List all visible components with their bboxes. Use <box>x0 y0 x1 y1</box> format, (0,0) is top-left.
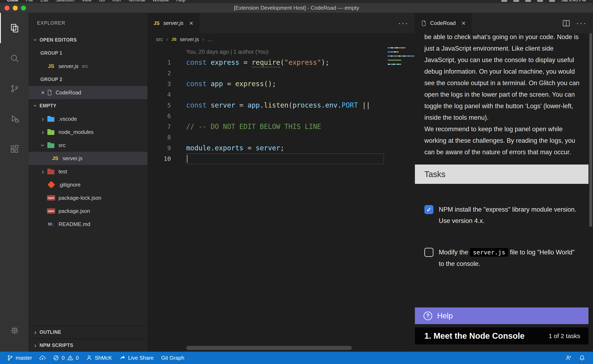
tree-item-package-json[interactable]: ›npmpackage.json <box>28 204 147 218</box>
close-tab-icon[interactable]: × <box>461 19 466 27</box>
breadcrumb-folder[interactable]: src <box>156 36 163 42</box>
minimap[interactable] <box>388 47 411 68</box>
status-sync[interactable] <box>36 352 49 364</box>
breadcrumb-file[interactable]: server.js <box>180 36 199 42</box>
menu-go[interactable]: Go <box>99 0 105 3</box>
more-actions-icon[interactable]: ··· <box>576 19 587 28</box>
split-editor-icon[interactable] <box>562 19 570 27</box>
horizontal-scrollbar[interactable] <box>186 346 352 350</box>
status-live-share[interactable]: Live Share <box>116 352 157 364</box>
code-line-9[interactable]: 9module.exports = server; <box>147 143 415 153</box>
folder-test-icon <box>47 167 55 176</box>
menu-run[interactable]: Run <box>113 0 121 3</box>
menu-view[interactable]: View <box>82 0 91 3</box>
code-line-8[interactable]: 8 <box>147 132 415 143</box>
close-icon[interactable]: × <box>39 89 47 97</box>
menu-file[interactable]: File <box>26 0 33 3</box>
tree-item-label: .gitignore <box>59 182 80 188</box>
tab-coderoad[interactable]: CodeRoad × <box>415 13 472 33</box>
status-git-graph[interactable]: Git Graph <box>158 352 188 364</box>
menubar-status-icon[interactable] <box>525 0 531 2</box>
status-problems[interactable]: 0 0 <box>49 352 82 364</box>
close-window-button[interactable] <box>5 6 9 11</box>
coderoad-panel: CodeRoad × ··· be able to check what’s g… <box>415 13 593 352</box>
code-editor[interactable]: You, 20 days ago | 1 author (You) 1const… <box>147 45 415 352</box>
section-outline[interactable]: › OUTLINE <box>28 325 147 338</box>
settings-gear-icon[interactable] <box>0 315 28 345</box>
file-tree: ›.vscode›node_modules›src›JSserver.js›te… <box>28 112 147 231</box>
section-workspace-empty[interactable]: › EMPTY <box>28 99 147 112</box>
code-line-2[interactable]: 2 <box>147 68 415 78</box>
folder-folder-icon <box>47 141 55 149</box>
close-tab-icon[interactable]: × <box>189 19 193 27</box>
menu-code[interactable]: Code <box>7 0 18 3</box>
menubar-status-icon[interactable] <box>513 0 519 2</box>
panel-tab-bar: CodeRoad × ··· <box>415 13 593 33</box>
chevron-right-icon: › <box>31 328 40 336</box>
section-npm-scripts[interactable]: › NPM SCRIPTS <box>28 338 147 352</box>
open-editor-coderoad[interactable]: × CodeRoad <box>28 86 147 99</box>
line-number: 3 <box>147 78 171 89</box>
chevron-right-icon: › <box>202 36 204 43</box>
tab-server-js[interactable]: JS server.js × <box>147 13 200 33</box>
menubar-status-icon[interactable] <box>501 0 507 2</box>
webview-file-icon <box>47 89 52 96</box>
line-content: // -- DO NOT EDIT BELOW THIS LINE <box>171 121 415 132</box>
more-actions-icon[interactable]: ··· <box>398 19 409 28</box>
menu-edit[interactable]: Edit <box>40 0 48 3</box>
chevron-right-icon: › <box>39 128 47 136</box>
menubar-status-icon[interactable] <box>549 0 555 2</box>
status-branch[interactable]: master <box>3 352 36 364</box>
activity-bar <box>0 13 28 352</box>
code-line-6[interactable]: 6 <box>147 111 415 121</box>
menu-terminal[interactable]: Terminal <box>128 0 145 3</box>
window-controls <box>0 6 26 11</box>
extensions-icon[interactable] <box>0 134 28 164</box>
menu-help[interactable]: Help <box>176 0 185 3</box>
window-title: [Extension Development Host] - CodeRoad … <box>0 5 593 11</box>
menubar-clock: Sat 6:45 PM <box>561 0 586 3</box>
tree-item--gitignore[interactable]: ›.gitignore <box>28 178 147 191</box>
lesson-progress-bar[interactable]: 1. Meet the Node Console 1 of 2 tasks <box>415 327 588 344</box>
breadcrumb[interactable]: src › JS server.js › … <box>147 33 415 45</box>
status-account[interactable]: ShMcK <box>82 352 116 364</box>
status-notifications[interactable] <box>575 352 589 364</box>
tree-item--vscode[interactable]: ›.vscode <box>28 112 147 125</box>
checkbox-checked-icon[interactable]: ✓ <box>424 205 433 214</box>
folder-node-icon <box>47 128 55 136</box>
tree-item-test[interactable]: ›test <box>28 165 147 178</box>
code-line-5[interactable]: 5const server = app.listen(process.env.P… <box>147 100 415 111</box>
code-line-1[interactable]: 1const express = require("express"); <box>147 57 415 68</box>
tree-item-package-lock-json[interactable]: ›npmpackage-lock.json <box>28 191 147 204</box>
help-bar[interactable]: ? Help <box>415 307 588 324</box>
section-open-editors[interactable]: › OPEN EDITORS <box>28 33 147 46</box>
scrollbar-thumb[interactable] <box>589 33 592 227</box>
menubar-status-icon[interactable] <box>537 0 543 2</box>
open-editor-server-js[interactable]: JS server.js src <box>28 60 147 73</box>
menu-window[interactable]: Window <box>153 0 169 3</box>
minimize-window-button[interactable] <box>13 6 18 11</box>
status-feedback[interactable] <box>562 352 575 364</box>
run-debug-icon[interactable] <box>0 104 28 134</box>
code-line-10[interactable]: 10 <box>147 153 415 164</box>
code-line-7[interactable]: 7// -- DO NOT EDIT BELOW THIS LINE <box>147 121 415 132</box>
tree-item-src[interactable]: ›src <box>28 139 147 152</box>
share-arrow-icon <box>120 355 126 361</box>
breadcrumb-symbol[interactable]: … <box>207 36 213 42</box>
macos-menubar: CodeFileEditSelectionViewGoRunTerminalWi… <box>0 0 593 3</box>
checkbox-unchecked-icon[interactable] <box>424 248 433 257</box>
status-bar: master 0 0 ShMcK Live Share Git Graph <box>0 352 593 364</box>
line-content: const server = app.listen(process.env.PO… <box>171 100 415 111</box>
menu-selection[interactable]: Selection <box>56 0 74 3</box>
source-control-icon[interactable] <box>0 73 28 104</box>
tree-item-node-modules[interactable]: ›node_modules <box>28 125 147 139</box>
explorer-icon[interactable] <box>0 13 28 43</box>
chevron-down-icon: › <box>32 36 39 44</box>
vertical-scrollbar[interactable] <box>588 33 593 352</box>
code-line-3[interactable]: 3const app = express(); <box>147 78 415 89</box>
tree-item-readme-md[interactable]: ›M↓README.md <box>28 218 147 231</box>
maximize-window-button[interactable] <box>21 6 26 11</box>
tree-item-server-js[interactable]: ›JSserver.js <box>28 152 147 165</box>
search-icon[interactable] <box>0 43 28 73</box>
code-line-4[interactable]: 4 <box>147 89 415 100</box>
